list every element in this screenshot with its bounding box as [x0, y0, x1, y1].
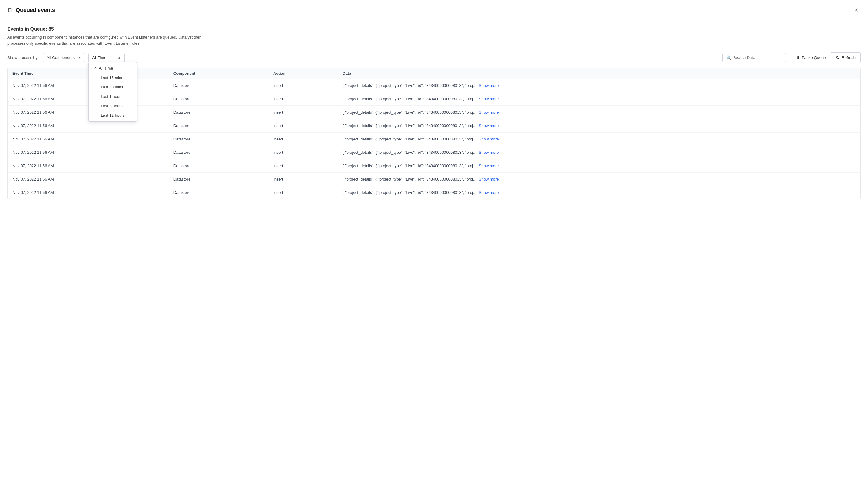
table-row: Nov 07, 2022 11:56 AMDatastoreInsert{ "p… — [8, 133, 860, 146]
cell-component: Datastore — [168, 92, 268, 106]
show-more-link[interactable]: Show more — [479, 164, 499, 168]
data-text: { "project_details": { "project_type": "… — [343, 97, 476, 101]
controls-right: 🔍 ⏸ Pause Queue ↻ Refresh — [722, 52, 861, 63]
cell-action: Insert — [268, 146, 338, 159]
cell-component: Datastore — [168, 186, 268, 199]
cell-data: { "project_details": { "project_type": "… — [338, 146, 860, 159]
cell-component: Datastore — [168, 133, 268, 146]
show-more-link[interactable]: Show more — [479, 83, 499, 88]
component-select-arrow: ▼ — [78, 56, 81, 59]
cell-component: Datastore — [168, 146, 268, 159]
show-more-link[interactable]: Show more — [479, 190, 499, 195]
cell-component: Datastore — [168, 173, 268, 186]
controls-left: Show process by : All Components ▼ All T… — [7, 53, 125, 62]
cell-data: { "project_details": { "project_type": "… — [338, 92, 860, 106]
queue-count: Events in Queue: 85 — [7, 27, 861, 32]
modal-title-row: 🗒 Queued events — [7, 7, 55, 13]
time-select-arrow: ▲ — [118, 56, 121, 59]
show-more-link[interactable]: Show more — [479, 137, 499, 141]
cell-event-time: Nov 07, 2022 11:56 AM — [8, 119, 168, 133]
data-text: { "project_details": { "project_type": "… — [343, 83, 476, 88]
search-input[interactable] — [733, 55, 782, 60]
dropdown-item-3hours[interactable]: Last 3 hours — [89, 101, 136, 111]
cell-action: Insert — [268, 186, 338, 199]
search-box[interactable]: 🔍 — [722, 53, 786, 62]
time-select-value: All Time — [92, 55, 106, 60]
cell-event-time: Nov 07, 2022 11:56 AM — [8, 173, 168, 186]
show-process-label: Show process by : — [7, 55, 39, 60]
col-component: Component — [168, 68, 268, 79]
cell-data: { "project_details": { "project_type": "… — [338, 106, 860, 119]
dropdown-item-label: Last 12 hours — [101, 113, 125, 117]
data-text: { "project_details": { "project_type": "… — [343, 190, 476, 195]
cell-component: Datastore — [168, 159, 268, 173]
component-select-button[interactable]: All Components ▼ — [42, 53, 85, 62]
show-more-link[interactable]: Show more — [479, 150, 499, 155]
time-select-wrapper: All Time ▲ ✓ All Time Last 15 mins — [88, 53, 125, 62]
cell-event-time: Nov 07, 2022 11:56 AM — [8, 186, 168, 199]
cell-data: { "project_details": { "project_type": "… — [338, 79, 860, 92]
table-row: Nov 07, 2022 11:56 AMDatastoreInsert{ "p… — [8, 146, 860, 159]
cell-action: Insert — [268, 159, 338, 173]
cell-component: Datastore — [168, 79, 268, 92]
time-dropdown-menu: ✓ All Time Last 15 mins Last 30 mins — [88, 62, 137, 122]
cell-data: { "project_details": { "project_type": "… — [338, 133, 860, 146]
data-text: { "project_details": { "project_type": "… — [343, 110, 476, 114]
pause-queue-label: Pause Queue — [802, 55, 826, 60]
dropdown-item-label: All Time — [99, 66, 113, 70]
dropdown-item-1hour[interactable]: Last 1 hour — [89, 92, 136, 101]
show-more-link[interactable]: Show more — [479, 177, 499, 181]
refresh-icon: ↻ — [836, 55, 840, 61]
pause-queue-button[interactable]: ⏸ Pause Queue — [791, 53, 831, 62]
data-text: { "project_details": { "project_type": "… — [343, 164, 476, 168]
cell-data: { "project_details": { "project_type": "… — [338, 173, 860, 186]
cell-event-time: Nov 07, 2022 11:56 AM — [8, 146, 168, 159]
cell-action: Insert — [268, 133, 338, 146]
cell-data: { "project_details": { "project_type": "… — [338, 186, 860, 199]
dropdown-item-15mins[interactable]: Last 15 mins — [89, 73, 136, 82]
cell-action: Insert — [268, 173, 338, 186]
cell-component: Datastore — [168, 106, 268, 119]
queue-description: All events occurring in component instan… — [7, 34, 220, 46]
modal-body: Events in Queue: 85 All events occurring… — [0, 20, 868, 205]
dropdown-item-30mins[interactable]: Last 30 mins — [89, 82, 136, 92]
dropdown-item-label: Last 3 hours — [101, 104, 123, 108]
col-action: Action — [268, 68, 338, 79]
cell-data: { "project_details": { "project_type": "… — [338, 159, 860, 173]
check-icon: ✓ — [93, 66, 96, 70]
show-more-link[interactable]: Show more — [479, 97, 499, 101]
pause-icon: ⏸ — [796, 55, 800, 60]
data-text: { "project_details": { "project_type": "… — [343, 124, 476, 128]
cell-action: Insert — [268, 92, 338, 106]
controls-row: Show process by : All Components ▼ All T… — [7, 52, 861, 63]
cell-event-time: Nov 07, 2022 11:56 AM — [8, 159, 168, 173]
dropdown-item-label: Last 1 hour — [101, 94, 121, 99]
dropdown-item-all-time[interactable]: ✓ All Time — [89, 64, 136, 73]
dropdown-item-12hours[interactable]: Last 12 hours — [89, 111, 136, 120]
component-select-wrapper: All Components ▼ — [42, 53, 85, 62]
cell-data: { "project_details": { "project_type": "… — [338, 119, 860, 133]
time-select-button[interactable]: All Time ▲ — [88, 53, 125, 62]
data-text: { "project_details": { "project_type": "… — [343, 177, 476, 181]
dropdown-item-label: Last 15 mins — [101, 75, 123, 80]
table-row: Nov 07, 2022 11:56 AMDatastoreInsert{ "p… — [8, 173, 860, 186]
show-more-link[interactable]: Show more — [479, 110, 499, 114]
cell-event-time: Nov 07, 2022 11:56 AM — [8, 133, 168, 146]
table-row: Nov 07, 2022 11:56 AMDatastoreInsert{ "p… — [8, 186, 860, 199]
cell-action: Insert — [268, 79, 338, 92]
data-text: { "project_details": { "project_type": "… — [343, 150, 476, 155]
refresh-button[interactable]: ↻ Refresh — [831, 52, 861, 63]
dropdown-item-label: Last 30 mins — [101, 85, 123, 89]
close-button[interactable]: × — [852, 5, 861, 15]
data-text: { "project_details": { "project_type": "… — [343, 137, 476, 141]
show-more-link[interactable]: Show more — [479, 124, 499, 128]
modal-title: Queued events — [16, 7, 55, 13]
cell-component: Datastore — [168, 119, 268, 133]
document-icon: 🗒 — [7, 7, 13, 13]
modal-header: 🗒 Queued events × — [0, 0, 868, 20]
search-icon: 🔍 — [726, 55, 732, 60]
action-buttons: ⏸ Pause Queue ↻ Refresh — [791, 52, 861, 63]
queued-events-modal: 🗒 Queued events × Events in Queue: 85 Al… — [0, 0, 868, 479]
cell-action: Insert — [268, 106, 338, 119]
table-row: Nov 07, 2022 11:56 AMDatastoreInsert{ "p… — [8, 159, 860, 173]
